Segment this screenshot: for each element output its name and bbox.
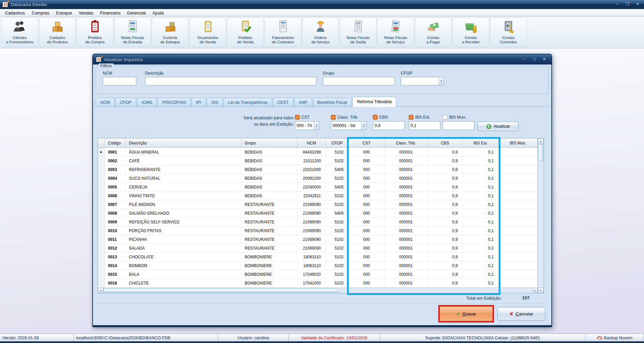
atualizar-button[interactable]: ⬇ Atualizar — [478, 122, 518, 131]
table-row[interactable]: 0008SALMÃO GRELHADORESTAURANTE2106909054… — [98, 209, 538, 218]
table-row[interactable]: 0006VINHO TINTOBEBIDAS220429115102000000… — [98, 191, 538, 200]
menu-item-gerencial[interactable]: Gerencial — [124, 9, 149, 16]
column-header-ibs-mun[interactable]: IBS Mun. — [499, 138, 538, 147]
gravar-button[interactable]: ✔ Gravar — [440, 306, 493, 321]
toolbar-button-controle-de-estoque[interactable]: Controlede Estoque — [152, 18, 189, 47]
row-indicator: ▶ — [98, 148, 105, 156]
tab-iss[interactable]: ISS — [207, 98, 223, 106]
scroll-right-icon[interactable]: ► — [532, 288, 538, 293]
toolbar-button-contas-a-pagar[interactable]: Contasa Pagar — [415, 18, 452, 47]
table-row[interactable]: 0016CHICLETEBOMBONIERE170410005102000000… — [98, 279, 538, 288]
table-row[interactable]: 0003REFRIGERANTEBEBIDAS22021000540500000… — [98, 165, 538, 174]
input-cbs[interactable]: 0,9 — [373, 121, 405, 130]
toolbar-button-cadastro-de-produtos[interactable]: Cadastrode Produtos — [39, 18, 76, 47]
filter-input-ncm[interactable] — [103, 77, 136, 85]
filter-input-descricao[interactable] — [145, 77, 316, 85]
toolbar-button-ordens-de-servico[interactable]: Ordensde Serviço — [302, 18, 339, 47]
tab-ipi[interactable]: IPI — [191, 98, 206, 106]
scroll-up-icon[interactable]: ▲ — [538, 138, 544, 144]
menu-item-cadastros[interactable]: Cadastros — [2, 9, 28, 16]
table-row[interactable]: 0013CHOCOLATEBOMBONIERE18063110510200000… — [98, 253, 538, 261]
table-row[interactable]: ▶0001ÁGUA MINERALBEBIDAS8443329951020000… — [98, 148, 538, 157]
cancelar-button[interactable]: ✘ Cancelar — [497, 307, 545, 320]
menu-item-ajuda[interactable]: Ajuda — [149, 9, 167, 16]
filter-input-cfop[interactable]: ▲▼ — [401, 77, 444, 85]
checkbox-box-icon[interactable]: ✓ — [373, 115, 378, 120]
vertical-scroll-thumb[interactable] — [538, 144, 543, 161]
checkbox-class-trib[interactable]: ✓Class. Trib. — [331, 114, 366, 120]
table-row[interactable]: 0005CERVEJABEBIDAS2203000054050000000010… — [98, 183, 538, 191]
checkbox-box-icon[interactable]: ✓ — [295, 115, 300, 120]
toolbar-button-clientes-e-fornecedores[interactable]: Clientese Fornecedores — [1, 18, 38, 47]
tab-lei-da-transparencia[interactable]: Lei da Transparência — [224, 98, 272, 106]
table-row[interactable]: 0007FILÉ MIGNONRESTAURANTE21069090510200… — [98, 200, 538, 209]
column-header-cst[interactable]: CST — [349, 138, 385, 147]
column-header-ncm[interactable]: NCM — [297, 138, 326, 147]
spinner-icon[interactable]: ▲▼ — [439, 77, 444, 85]
spinner-icon[interactable]: ▲▼ — [314, 122, 319, 130]
table-row[interactable]: 0014BOMBOMBOMBONIERE18063110510200000000… — [98, 261, 538, 270]
horizontal-scroll-thumb[interactable] — [103, 288, 338, 293]
scroll-left-icon[interactable]: ◄ — [98, 288, 103, 293]
toolbar-button-pedidos-de-compra[interactable]: Pedidosde Compra — [77, 18, 113, 47]
close-icon[interactable]: ✕ — [634, 2, 642, 7]
toolbar-button-contas-correntes[interactable]: ContasCorrentes — [490, 18, 527, 47]
checkbox-box-icon[interactable] — [443, 115, 447, 120]
toolbar-button-contas-a-receber[interactable]: Contasa Receber — [452, 18, 489, 47]
checkbox-cbs[interactable]: ✓CBS — [373, 114, 405, 120]
column-header-codigo[interactable]: Código — [105, 138, 126, 147]
column-header-cbs[interactable]: CBS — [428, 138, 463, 147]
tab-reforma-tributaria[interactable]: Reforma Tributária — [352, 97, 397, 107]
input-ibs-mun[interactable] — [443, 121, 474, 130]
checkbox-cst[interactable]: ✓CST — [295, 114, 319, 120]
checkbox-box-icon[interactable]: ✓ — [331, 115, 336, 120]
toolbar-button-notas-fiscais-de-saida[interactable]: Notas Fiscaisde Saída — [340, 18, 377, 47]
checkbox-ibs-est[interactable]: ✓IBS Est. — [409, 114, 440, 120]
maximize-icon[interactable]: ❐ — [624, 2, 632, 7]
dialog-minimize-icon[interactable]: – — [520, 57, 528, 62]
column-header-descricao[interactable]: Descrição — [126, 138, 241, 147]
toolbar-button-orcamentos-de-venda[interactable]: Orçamentosde Venda — [189, 18, 226, 47]
dialog-maximize-icon[interactable]: □ — [530, 57, 538, 62]
menu-item-financeiro[interactable]: Financeiro — [97, 9, 124, 16]
tab-anp[interactable]: ANP — [294, 98, 312, 106]
menu-item-compras[interactable]: Compras — [28, 9, 53, 16]
row-indicator — [98, 165, 105, 174]
tab-icms[interactable]: ICMS — [137, 98, 157, 106]
filter-input-grupo[interactable] — [323, 77, 395, 85]
column-header-ibs-est[interactable]: IBS Est. — [463, 138, 499, 147]
column-header-cfop[interactable]: CFOP — [326, 138, 349, 147]
table-row[interactable]: 0004SUCO NATURALBEBIDAS20091200510200000… — [98, 174, 538, 183]
toolbar-button-pedidos-de-venda[interactable]: Pedidosde Venda — [227, 18, 264, 47]
tab-ncm[interactable]: NCM — [96, 98, 114, 106]
tab-beneficio-fiscal[interactable]: Benefício Fiscal — [313, 98, 352, 106]
toolbar-button-faturamento-de-contratos[interactable]: Faturamentode Contratos — [264, 18, 301, 47]
toolbar-button-notas-fiscais-de-servico[interactable]: Notas Fiscaisde Serviço — [377, 18, 414, 47]
dialog-close-icon[interactable]: ✕ — [540, 57, 548, 62]
vertical-scrollbar[interactable]: ▲ ▼ — [538, 138, 544, 293]
table-row[interactable]: 0009REFEIÇÃO SELF-SERVICERESTAURANTE2106… — [98, 218, 538, 226]
table-row[interactable]: 0010PORÇÃO FRITASRESTAURANTE210690905102… — [98, 226, 538, 235]
toolbar-button-notas-fiscais-de-entrada[interactable]: Notas Fiscaisde Entrada — [114, 18, 151, 47]
column-header-class-trib[interactable]: Class. Trib. — [385, 138, 428, 147]
menu-item-estoque[interactable]: Estoque — [53, 9, 76, 16]
menu-item-vendas[interactable]: Vendas — [76, 9, 97, 16]
input-ibs-est[interactable]: 0,1 — [409, 121, 440, 130]
column-header-grupo[interactable]: Grupo — [241, 138, 297, 147]
table-row[interactable]: 0002CAFÉBEBIDAS2101120051020000000010,90… — [98, 157, 538, 165]
table-row[interactable]: 0011PICANHARESTAURANTE210690905102000000… — [98, 235, 538, 244]
tab-cfop[interactable]: CFOP — [115, 98, 136, 106]
scroll-down-icon[interactable]: ▼ — [538, 288, 544, 293]
table-row[interactable]: 0012SALADARESTAURANTE2106909051020000000… — [98, 244, 538, 253]
horizontal-scrollbar[interactable]: ◄ ► — [98, 288, 538, 293]
table-row[interactable]: 0015BALABOMBONIERE1704902051020000000010… — [98, 270, 538, 279]
checkbox-box-icon[interactable]: ✓ — [409, 115, 413, 120]
combo-cst[interactable]: 000 - Tri▲▼ — [295, 121, 319, 130]
minimize-icon[interactable]: – — [613, 2, 622, 7]
tab-pis-cofins[interactable]: PIS/COFINS — [157, 98, 191, 106]
cancelar-button-label: Cancelar — [516, 311, 533, 316]
tab-cest[interactable]: CEST — [273, 98, 293, 106]
combo-class-trib[interactable]: 000001 - Sit▲▼ — [331, 121, 366, 130]
checkbox-ibs-mun[interactable]: IBS Mun. — [443, 114, 474, 120]
spinner-icon[interactable]: ▲▼ — [361, 122, 366, 130]
